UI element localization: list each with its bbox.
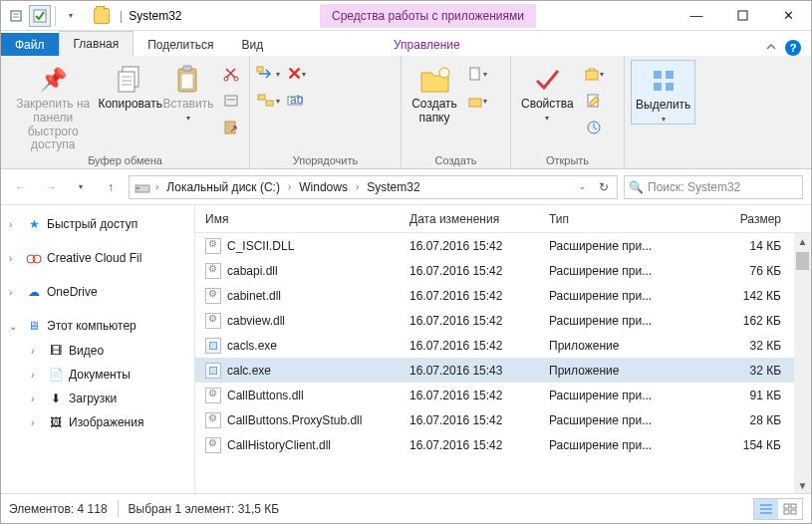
qat-dropdown[interactable]: ▾ <box>60 5 82 27</box>
new-folder-button[interactable]: Создать папку <box>407 60 461 126</box>
tree-pictures[interactable]: ›🖼Изображения <box>1 410 194 434</box>
file-row[interactable]: CallButtons.dll16.07.2016 15:42Расширени… <box>195 383 811 407</box>
thumbnails-view-button[interactable] <box>778 499 802 519</box>
documents-icon: 📄 <box>47 367 65 383</box>
copy-button[interactable]: Копировать <box>103 60 157 112</box>
tree-documents[interactable]: ›📄Документы <box>1 363 194 387</box>
copy-to-button[interactable]: ▾ <box>256 89 280 113</box>
file-name: CallButtons.ProxyStub.dll <box>227 413 362 427</box>
file-row[interactable]: cabapi.dll16.07.2016 15:42Расширение при… <box>195 258 811 283</box>
breadcrumb-drive[interactable]: Локальный диск (C:) <box>160 176 286 198</box>
file-row[interactable]: C_ISCII.DLL16.07.2016 15:42Расширение пр… <box>195 233 811 258</box>
forward-button[interactable]: → <box>39 175 63 199</box>
tree-label: Загрузки <box>69 392 117 405</box>
address-bar[interactable]: › Локальный диск (C:) › Windows › System… <box>129 175 618 199</box>
qat-properties-icon[interactable] <box>5 5 27 27</box>
help-icon[interactable]: ? <box>785 40 801 56</box>
navigation-tree[interactable]: ›★Быстрый доступ ›Creative Cloud Fil ›☁O… <box>1 205 195 494</box>
close-button[interactable]: ✕ <box>765 1 811 30</box>
rename-button[interactable]: ab <box>284 89 308 113</box>
paste-button[interactable]: Вставить ▾ <box>161 60 215 123</box>
col-size[interactable]: Размер <box>675 212 811 226</box>
breadcrumb-system32[interactable]: System32 <box>361 176 425 198</box>
tree-video[interactable]: ›🎞Видео <box>1 339 194 363</box>
tree-creative-cloud[interactable]: ›Creative Cloud Fil <box>1 245 194 271</box>
svg-rect-29 <box>654 71 662 79</box>
contextual-tab-label[interactable]: Средства работы с приложениями <box>320 4 536 28</box>
svg-rect-12 <box>181 74 193 89</box>
chevron-right-icon[interactable]: › <box>354 181 361 192</box>
move-to-button[interactable]: ▾ <box>256 62 280 86</box>
svg-point-23 <box>439 68 449 78</box>
file-type: Расширение при... <box>539 314 675 328</box>
properties-button[interactable]: Свойства ▾ <box>517 60 578 123</box>
copy-path-button[interactable] <box>219 89 243 113</box>
minimize-button[interactable]: — <box>674 1 719 30</box>
collapse-ribbon-button[interactable] <box>765 41 777 56</box>
tab-view[interactable]: Вид <box>227 33 277 56</box>
file-name: CallHistoryClient.dll <box>227 438 331 452</box>
svg-rect-15 <box>225 96 237 106</box>
tab-manage[interactable]: Управление <box>380 33 474 56</box>
group-open-label: Открыть <box>517 152 618 166</box>
back-button[interactable]: ← <box>9 175 33 199</box>
delete-button[interactable]: ✕▾ <box>284 62 308 86</box>
col-type[interactable]: Тип <box>539 212 675 226</box>
details-view-button[interactable] <box>754 499 778 519</box>
col-name[interactable]: Имя <box>195 212 400 226</box>
svg-rect-41 <box>791 504 796 508</box>
file-name: cabapi.dll <box>227 264 278 278</box>
tree-quick-access[interactable]: ›★Быстрый доступ <box>1 211 194 237</box>
maximize-button[interactable] <box>719 1 765 30</box>
vertical-scrollbar[interactable]: ▲ ▼ <box>794 233 811 494</box>
file-name: calc.exe <box>227 364 271 378</box>
tree-onedrive[interactable]: ›☁OneDrive <box>1 279 194 305</box>
file-row[interactable]: cabview.dll16.07.2016 15:42Расширение пр… <box>195 308 811 333</box>
chevron-right-icon[interactable]: › <box>286 181 293 192</box>
file-row[interactable]: CallButtons.ProxyStub.dll16.07.2016 15:4… <box>195 407 811 432</box>
new-item-button[interactable]: ▾ <box>465 62 489 86</box>
svg-rect-31 <box>654 83 662 91</box>
chevron-right-icon[interactable]: › <box>153 181 160 192</box>
file-row[interactable]: cabinet.dll16.07.2016 15:42Расширение пр… <box>195 283 811 308</box>
select-button[interactable]: Выделить ▾ <box>631 60 695 125</box>
tree-this-pc[interactable]: ⌄🖥Этот компьютер <box>1 313 194 339</box>
open-icon <box>584 66 600 82</box>
file-row[interactable]: CallHistoryClient.dll16.07.2016 15:42Рас… <box>195 432 811 457</box>
file-row[interactable]: calc.exe16.07.2016 15:43Приложение32 КБ <box>195 358 811 383</box>
easyaccess-icon <box>467 93 483 109</box>
drive-icon <box>134 178 151 196</box>
tree-downloads[interactable]: ›⬇Загрузки <box>1 387 194 410</box>
pin-to-quick-access-button[interactable]: 📌 Закрепить на панели быстрого доступа <box>7 60 99 152</box>
edit-icon <box>586 93 602 109</box>
cut-button[interactable] <box>219 62 243 86</box>
file-date: 16.07.2016 15:42 <box>400 389 539 402</box>
qat-checkbox-icon[interactable] <box>29 5 51 27</box>
scroll-down-button[interactable]: ▼ <box>794 477 811 494</box>
scroll-up-button[interactable]: ▲ <box>794 233 811 250</box>
paste-shortcut-button[interactable] <box>219 116 243 139</box>
file-type: Расширение при... <box>539 389 675 402</box>
scroll-thumb[interactable] <box>796 252 809 270</box>
file-row[interactable]: cacls.exe16.07.2016 15:42Приложение32 КБ <box>195 333 811 358</box>
tab-share[interactable]: Поделиться <box>134 33 227 56</box>
rename-icon: ab <box>286 93 306 109</box>
delete-icon: ✕ <box>287 63 302 85</box>
file-size: 76 КБ <box>675 264 811 278</box>
open-button[interactable]: ▾ <box>582 62 606 86</box>
recent-locations-button[interactable]: ▾ <box>69 175 93 199</box>
up-button[interactable]: ↑ <box>99 175 123 199</box>
address-dropdown-button[interactable]: ⌄ <box>571 176 593 198</box>
dll-icon <box>205 288 221 304</box>
easy-access-button[interactable]: ▾ <box>465 89 489 113</box>
edit-button[interactable] <box>582 89 606 113</box>
refresh-button[interactable]: ↻ <box>593 176 615 198</box>
moveto-icon <box>256 64 276 84</box>
history-button[interactable] <box>582 116 606 139</box>
scroll-track[interactable] <box>794 250 811 477</box>
col-date[interactable]: Дата изменения <box>400 212 539 226</box>
tab-home[interactable]: Главная <box>59 31 135 56</box>
search-box[interactable]: 🔍 Поиск: System32 <box>624 175 803 199</box>
tab-file[interactable]: Файл <box>1 33 59 56</box>
breadcrumb-windows[interactable]: Windows <box>293 176 354 198</box>
